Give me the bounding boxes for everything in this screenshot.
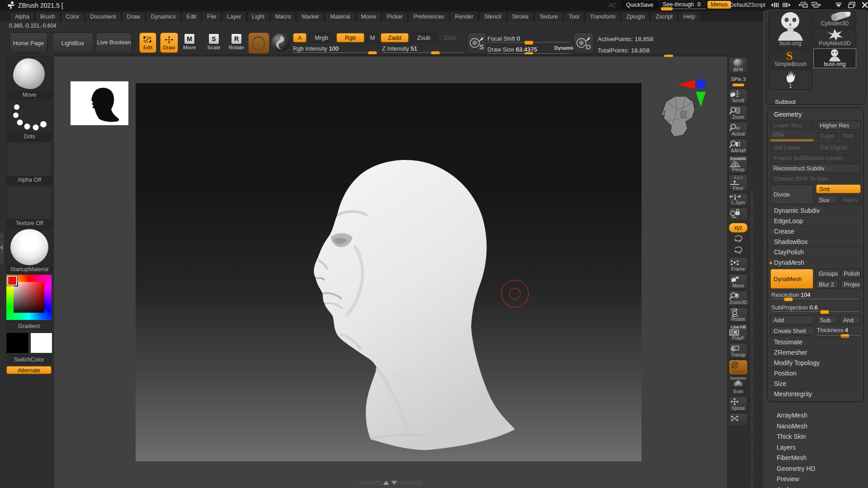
subtool-section-header[interactable]: Subtool (775, 99, 796, 105)
spix-slider[interactable]: SPix 3 (729, 75, 747, 87)
zcut-toggle[interactable]: Zcut (439, 33, 461, 42)
rgb-intensity-track[interactable] (293, 52, 377, 53)
menus-toggle-button[interactable]: Menus (708, 1, 731, 9)
del-higher-button[interactable]: Del Higher (817, 143, 861, 152)
default-zscript-button[interactable]: DefaultZScript (730, 2, 765, 8)
menu-material[interactable]: Material (325, 12, 355, 22)
arraymesh-section[interactable]: ArrayMesh (777, 410, 816, 421)
freeze-subdivision-button[interactable]: Freeze SubDivision Levels (770, 153, 861, 162)
spin-z-button[interactable]: Z (729, 246, 747, 256)
xyz-rotation-button[interactable]: xyz (729, 223, 748, 233)
panel-left-icon[interactable] (797, 1, 809, 9)
reuv-button[interactable]: ReUV (840, 195, 861, 204)
scale-mode-button[interactable]: S Scale (203, 33, 224, 50)
divider-right-icon[interactable] (781, 1, 793, 9)
panel-right-icon[interactable] (811, 1, 822, 9)
draw-size-dynamic-toggle[interactable]: Dynamic (554, 45, 575, 51)
reconstruct-subdiv-button[interactable]: Reconstruct Subdiv (770, 164, 861, 173)
crease-section[interactable]: Crease (768, 226, 863, 236)
close-icon[interactable] (859, 1, 868, 9)
divide-button[interactable]: Divide (770, 184, 814, 204)
menu-light[interactable]: Light (247, 12, 269, 22)
secondary-color-swatch[interactable] (30, 333, 52, 353)
menu-macro[interactable]: Macro (270, 12, 296, 22)
switch-color-button[interactable]: SwitchColor (6, 355, 52, 363)
main-color-swatch[interactable] (6, 333, 28, 353)
menu-render[interactable]: Render (450, 12, 478, 22)
convert-bpr-button[interactable]: Convert BPR To Geo (770, 174, 861, 183)
subprojection-slider[interactable]: SubProjection 0.6 (771, 303, 860, 314)
menu-zplugin[interactable]: Zplugin (621, 12, 650, 22)
zoom-button[interactable]: Zoom (729, 105, 748, 121)
m-toggle[interactable]: M (367, 33, 378, 42)
zremesher-section[interactable]: ZRemesher (768, 347, 863, 357)
blur-slider[interactable]: Blur 2 (816, 280, 839, 289)
stroke-picker-tile[interactable]: Dots (6, 100, 52, 141)
menu-layer[interactable]: Layer (222, 12, 246, 22)
menu-stencil[interactable]: Stencil (479, 12, 506, 22)
dynamesh-button[interactable]: DynaMesh (770, 269, 813, 289)
shadowbox-section[interactable]: ShadowBox (768, 236, 863, 247)
tool-tile-hand[interactable]: 1 (769, 69, 812, 90)
menu-texture[interactable]: Texture (534, 12, 563, 22)
document-preview-thumbnail[interactable] (71, 81, 128, 125)
tool-tile-bust-orig-large[interactable]: bust-orig (769, 11, 812, 47)
menu-brush[interactable]: Brush (35, 12, 60, 22)
menu-color[interactable]: Color (61, 12, 85, 22)
menu-dynamics[interactable]: Dynamics (146, 12, 181, 22)
scroll-button[interactable]: Scroll (729, 89, 748, 104)
move-3d-button[interactable]: Move (729, 274, 748, 289)
focal-shift-knob[interactable] (524, 41, 533, 45)
draw-button[interactable]: Draw (160, 33, 178, 53)
sub-toggle[interactable]: Sub (817, 315, 838, 324)
local-symmetry-button[interactable]: L.Sym (729, 193, 748, 206)
preview-section[interactable]: Preview (777, 474, 816, 485)
nanomesh-section[interactable]: NanoMesh (777, 421, 816, 432)
higher-res-button[interactable]: Higher Res (817, 121, 861, 130)
live-boolean-button[interactable]: Live Boolean (96, 33, 132, 53)
cage-button[interactable]: Cage (817, 131, 838, 140)
alternate-button[interactable]: Alternate (6, 366, 52, 374)
position-section[interactable]: Position (768, 368, 863, 378)
menu-tool[interactable]: Tool (564, 12, 584, 22)
bottom-tray-divider[interactable] (359, 480, 422, 486)
lightbox-button[interactable]: LightBox (52, 33, 94, 53)
zoom-3d-button[interactable]: Zoom3D (729, 291, 748, 306)
menu-draw[interactable]: Draw (122, 12, 145, 22)
tessimate-section[interactable]: Tessimate (768, 337, 863, 347)
menu-movie[interactable]: Movie (356, 12, 381, 22)
menu-alpha[interactable]: Alpha (10, 12, 34, 22)
minimize-icon[interactable] (833, 1, 844, 9)
tool-tile-simplebrush[interactable]: S SimpleBrush (769, 48, 812, 68)
menu-edit[interactable]: Edit (182, 12, 202, 22)
polyframe-button[interactable]: Line Fill PolyF (729, 324, 748, 342)
move-mode-button[interactable]: M Move (179, 33, 200, 50)
perspective-button[interactable]: Dynamic Persp (729, 155, 748, 173)
claypolish-section[interactable]: ClayPolish (768, 247, 863, 257)
color-sv-square[interactable] (14, 282, 44, 313)
zadd-toggle[interactable]: Zadd (381, 33, 409, 42)
shelf-scrollbar[interactable] (750, 190, 754, 488)
edgeloop-section[interactable]: EdgeLoop (768, 216, 863, 226)
draw-size-track[interactable] (487, 53, 571, 54)
layers-section[interactable]: Layers (777, 442, 816, 453)
smt-toggle[interactable]: Smt (816, 184, 861, 193)
current-color-swatch[interactable] (7, 276, 17, 286)
camera-lock-button[interactable] (729, 207, 748, 221)
gradient-label[interactable]: Gradient (6, 322, 52, 330)
material-thumbnail-button[interactable] (248, 33, 269, 54)
extra-shelf-button[interactable] (729, 413, 748, 426)
suv-toggle[interactable]: Suv (816, 195, 837, 204)
canvas-hscrollbar[interactable] (54, 54, 727, 56)
edit-button[interactable]: Edit (139, 33, 156, 53)
sdiv-bar[interactable] (770, 139, 814, 141)
see-through-slider-label[interactable]: See-through0 (663, 1, 701, 8)
anchor-toggle[interactable]: A (293, 33, 307, 42)
see-through-knob[interactable] (661, 7, 673, 10)
alpha-picker-tile[interactable]: Alpha Off (6, 142, 52, 184)
floor-button[interactable]: x y z Floor (729, 174, 748, 192)
rotate-3d-button[interactable]: Rotate (729, 307, 748, 323)
frame-button[interactable]: Move Frame (729, 257, 748, 272)
restore-icon[interactable] (846, 1, 858, 9)
spin-y-button[interactable]: Y (729, 235, 747, 244)
